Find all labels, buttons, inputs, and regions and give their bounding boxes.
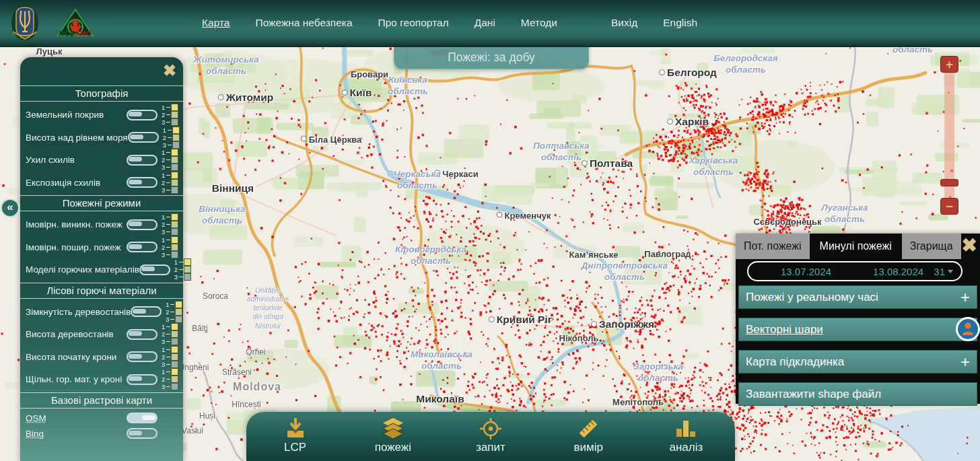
layer-toggle[interactable] bbox=[127, 413, 158, 423]
legend-number: 1 bbox=[162, 149, 166, 156]
nav-item-Дані[interactable]: Дані bbox=[475, 17, 495, 29]
nav-item-Карта[interactable]: Карта bbox=[202, 17, 230, 29]
city-label: Миколаїв bbox=[416, 393, 464, 405]
legend-row: 2 bbox=[162, 221, 179, 228]
legend-swatch bbox=[171, 383, 178, 390]
nav-item-English[interactable]: English bbox=[663, 17, 697, 29]
section-label: Карта підкладинка bbox=[746, 355, 844, 369]
city-label: Харків bbox=[667, 116, 709, 128]
zoom-out-button[interactable]: − bbox=[940, 198, 958, 215]
days-count-dropdown[interactable]: 31 bbox=[934, 266, 953, 277]
tool-вимір[interactable]: вимір bbox=[540, 412, 637, 454]
legend-row: 3 bbox=[163, 141, 180, 148]
close-icon[interactable]: ✖ bbox=[962, 236, 977, 255]
panel-section-Пожежі у реальному часі[interactable]: Пожежі у реальному часі+ bbox=[738, 285, 977, 309]
layer-row: Експозиція схилів123 bbox=[26, 172, 179, 194]
layer-row: Висота початку крони123 bbox=[26, 346, 179, 369]
fires-panel-sections: Пожежі у реальному часі+Векторні шариКар… bbox=[738, 285, 977, 415]
zoom-slider-handle[interactable] bbox=[940, 179, 958, 186]
legend-row: 3 bbox=[162, 186, 179, 193]
legend-row: 1 bbox=[162, 346, 179, 353]
legend-dash bbox=[168, 137, 172, 138]
date-from[interactable]: 13.07.2024 bbox=[781, 266, 831, 277]
legend-dash bbox=[166, 254, 170, 255]
city-marker bbox=[434, 170, 440, 176]
nav-item-Методи[interactable]: Методи bbox=[521, 17, 557, 29]
nav-item-Про геопортал[interactable]: Про геопортал bbox=[378, 17, 449, 29]
fires-panel-tabs: Пот. пожежіМинулі пожежіЗгарища bbox=[736, 234, 980, 259]
section-label: Завантажити shape файл bbox=[746, 388, 881, 401]
measure-icon bbox=[577, 418, 600, 439]
layer-legend: 123 bbox=[162, 236, 179, 258]
panel-section-Карта підкладинка[interactable]: Карта підкладинка+ bbox=[738, 350, 977, 374]
layer-toggle[interactable] bbox=[127, 351, 158, 362]
layer-toggle[interactable] bbox=[127, 177, 158, 188]
layer-toggle[interactable] bbox=[127, 110, 158, 120]
map-zoom-control: + − bbox=[940, 56, 958, 215]
layer-row: Bing bbox=[26, 426, 179, 441]
layer-toggle[interactable] bbox=[127, 374, 158, 385]
legend-row: 2 bbox=[174, 267, 192, 273]
lcp-icon bbox=[284, 418, 307, 439]
layer-toggle[interactable] bbox=[127, 329, 158, 340]
layer-toggle[interactable] bbox=[128, 132, 159, 143]
city-label: Кривий Ріг bbox=[489, 314, 552, 326]
layer-toggle[interactable] bbox=[127, 242, 158, 252]
layer-toggle[interactable] bbox=[127, 219, 158, 230]
layer-label: Висота початку крони bbox=[26, 352, 127, 362]
layer-row: Земельний покрив123 bbox=[26, 104, 179, 127]
tab-Пот. пожежі[interactable]: Пот. пожежі bbox=[736, 234, 810, 259]
legend-swatch bbox=[175, 316, 182, 323]
legend-number: 2 bbox=[162, 330, 166, 338]
region-label: Кіровоградськаобласть bbox=[395, 244, 466, 267]
legend-swatch bbox=[171, 118, 178, 126]
layer-legend: 123 bbox=[162, 369, 179, 390]
zoom-in-button[interactable]: + bbox=[940, 56, 958, 73]
city-label: Сєвєродонецьк bbox=[753, 217, 821, 227]
tool-аналіз[interactable]: аналіз bbox=[637, 412, 735, 454]
user-icon[interactable] bbox=[955, 316, 980, 342]
expand-plus-icon[interactable]: + bbox=[960, 288, 970, 307]
close-icon[interactable]: ✖ bbox=[163, 63, 176, 79]
nav-item-Вихід[interactable]: Вихід bbox=[611, 17, 637, 29]
expand-plus-icon[interactable]: + bbox=[960, 353, 970, 371]
legend-swatch bbox=[184, 258, 191, 266]
layer-label[interactable]: OSM bbox=[26, 413, 127, 423]
tool-LCP[interactable]: LCP bbox=[246, 412, 344, 454]
tool-пожежі[interactable]: пожежі bbox=[344, 412, 442, 454]
layer-toggle[interactable] bbox=[127, 155, 158, 166]
legend-row: 2 bbox=[162, 179, 179, 186]
fires-period-dropdown[interactable]: Пожежі: за добу bbox=[394, 46, 589, 69]
legend-swatch bbox=[171, 346, 178, 353]
tab-Минулі пожежі[interactable]: Минулі пожежі bbox=[812, 234, 900, 259]
tab-Згарища[interactable]: Згарища bbox=[902, 234, 961, 259]
legend-row: 2 bbox=[162, 376, 179, 383]
legend-number: 3 bbox=[162, 228, 166, 236]
layer-legend: 123 bbox=[162, 346, 179, 367]
layer-toggle[interactable] bbox=[139, 264, 170, 275]
legend-dash bbox=[166, 364, 170, 365]
legend-number: 3 bbox=[162, 164, 166, 171]
legend-swatch bbox=[171, 353, 178, 361]
legend-swatch bbox=[171, 244, 178, 251]
city-marker bbox=[582, 160, 588, 166]
date-to[interactable]: 13.08.2024 bbox=[873, 266, 923, 277]
nav-item-Пожежна небезпека[interactable]: Пожежна небезпека bbox=[255, 17, 352, 29]
legend-row: 3 bbox=[162, 339, 179, 345]
city-marker bbox=[489, 316, 495, 322]
collapse-panel-button[interactable]: « bbox=[1, 199, 20, 217]
tool-запит[interactable]: запит bbox=[442, 412, 539, 454]
legend-number: 1 bbox=[166, 301, 170, 308]
legend-number: 3 bbox=[162, 338, 166, 345]
panel-section-Завантажити shape файл[interactable]: Завантажити shape файл bbox=[738, 382, 977, 406]
legend-number: 2 bbox=[162, 156, 166, 164]
layer-toggle[interactable] bbox=[127, 428, 158, 439]
date-range-picker[interactable]: 13.07.2024 13.08.2024 31 bbox=[747, 261, 963, 281]
minus-icon: − bbox=[946, 199, 953, 214]
layer-toggle[interactable] bbox=[131, 306, 162, 317]
toggle-knob bbox=[129, 376, 142, 381]
legend-number: 3 bbox=[162, 361, 166, 368]
legend-number: 3 bbox=[162, 186, 166, 194]
panel-section-Векторні шари[interactable]: Векторні шари bbox=[738, 318, 977, 341]
layer-label[interactable]: Bing bbox=[26, 429, 127, 439]
